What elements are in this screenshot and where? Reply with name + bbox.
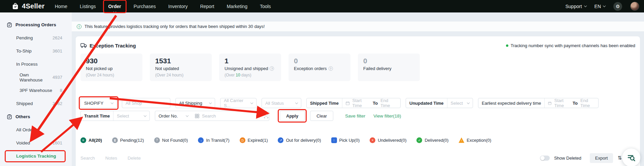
- stat-card-not-updated[interactable]: 1531 Not updated (Over 24 hours): [150, 54, 212, 81]
- stat-card-exception-orders[interactable]: 0 Exception orders ?: [289, 54, 350, 81]
- date-range-inputs[interactable]: Start Time To End Time: [545, 98, 598, 108]
- sidebar-item-in-process[interactable]: In Process: [0, 58, 72, 71]
- filter-row-2: Transit Time Select Order No.: [80, 111, 635, 121]
- filter-search-icon: [626, 153, 636, 162]
- to-label: To: [373, 101, 378, 106]
- sidebar-item-3pf-warehouse[interactable]: 3PF Warehouse 8: [0, 84, 72, 97]
- chevron-down-icon: [186, 114, 189, 117]
- brand-name: 4Seller: [22, 2, 45, 10]
- nav-item-inventory[interactable]: Inventory: [168, 3, 188, 10]
- tab-label: Expired(1): [248, 138, 268, 143]
- transit-time-value[interactable]: Select: [113, 113, 149, 119]
- transit-time-select: Transit Time Select: [80, 111, 150, 121]
- tab-out-for-delivery[interactable]: ↗ Out for delivery(0): [278, 137, 321, 143]
- sidebar-item-voided[interactable]: Voided 1601: [0, 136, 72, 150]
- nav-item-purchases[interactable]: Purchases: [134, 3, 156, 10]
- unupdated-time-value[interactable]: Select: [447, 101, 473, 106]
- tab-in-transit[interactable]: → In Transit(7): [198, 137, 229, 143]
- tab-undelivered[interactable]: × Undelivered(0): [370, 137, 406, 143]
- shipping-select[interactable]: All Shipping: [175, 98, 215, 108]
- stat-card-failed-delivery[interactable]: 0 Failed delivery: [358, 54, 420, 81]
- sidebar-item-shipped[interactable]: Shipped 2662: [0, 97, 72, 110]
- sidebar-item-all-orders[interactable]: All Orders: [0, 123, 72, 136]
- sidebar-section-processing-orders[interactable]: Processing Orders: [0, 18, 72, 31]
- nav-item-tools[interactable]: Tools: [260, 3, 271, 10]
- tab-exception[interactable]: ! Exception(0): [459, 137, 491, 143]
- sidebar-item-own-warehouse[interactable]: Own Warehouse 4937: [0, 71, 72, 84]
- tab-expired[interactable]: ◷ Expired(1): [240, 137, 268, 143]
- tab-all[interactable]: ≡ All(20): [80, 137, 102, 143]
- select-placeholder: Select: [117, 113, 129, 119]
- nav-item-order[interactable]: Order: [108, 3, 121, 10]
- start-time-input[interactable]: Start Time: [352, 98, 370, 108]
- page-header: Exception Tracking Tracking number sync …: [80, 42, 635, 49]
- help-icon[interactable]: ?: [329, 66, 333, 71]
- date-range-inputs[interactable]: Start Time To End Time: [342, 98, 400, 108]
- item-label: Logistics Tracking: [16, 154, 56, 159]
- unupdated-time-select: Unupdated Time Select: [406, 98, 473, 108]
- search-field[interactable]: [192, 113, 272, 119]
- nav-item-report[interactable]: Report: [200, 3, 214, 10]
- shipping-value: All Shipping: [179, 101, 202, 106]
- filter-search-fab[interactable]: [622, 148, 640, 166]
- support-menu[interactable]: Support: [566, 4, 586, 9]
- scan-icon[interactable]: [264, 114, 268, 118]
- chevron-down-icon: [467, 101, 470, 104]
- status-select[interactable]: All Status: [262, 98, 301, 108]
- earliest-delivery-range: Earliest expected delivery time Start Ti…: [478, 98, 599, 108]
- nav-item-home[interactable]: Home: [55, 3, 67, 10]
- show-deleted-toggle[interactable]: [540, 156, 550, 161]
- nav-item-listings[interactable]: Listings: [80, 3, 96, 10]
- sidebar: Processing Orders Pending 2624 To-Ship 3…: [0, 12, 72, 166]
- item-count: 8: [60, 88, 62, 93]
- tab-pending[interactable]: ⧗ Pending(12): [112, 137, 144, 143]
- search-input[interactable]: [202, 113, 261, 119]
- chevron-down-icon: [144, 114, 146, 117]
- sidebar-item-to-ship[interactable]: To-Ship 3601: [0, 44, 72, 58]
- table-action-bar: Search Notes Delete Show Deleted Export …: [80, 153, 635, 163]
- save-filter-link[interactable]: Save filter: [345, 113, 365, 119]
- settings-gear-icon[interactable]: ⚙: [613, 2, 622, 11]
- user-avatar[interactable]: [630, 2, 639, 11]
- sidebar-menu: Processing Orders Pending 2624 To-Ship 3…: [0, 12, 72, 163]
- main-area: i This feature provides logistics tracki…: [72, 12, 644, 166]
- carrier-value: All Carrier S...: [224, 98, 251, 108]
- delete-action-disabled[interactable]: Delete: [128, 156, 141, 161]
- sidebar-section-others[interactable]: Others: [0, 110, 72, 123]
- sort-expand-icon[interactable]: ⇅: [617, 155, 622, 161]
- check-icon: ✓: [416, 137, 422, 143]
- start-time-input[interactable]: Start Time: [554, 98, 570, 108]
- content-card: Exception Tracking Tracking number sync …: [76, 36, 640, 166]
- stat-label-text: Exception orders: [294, 66, 327, 71]
- tab-label: Pick Up(0): [339, 138, 360, 143]
- notes-action-disabled[interactable]: Notes: [105, 156, 117, 161]
- clear-button[interactable]: Clear: [310, 111, 333, 121]
- shop-select[interactable]: All Shop: [122, 98, 170, 108]
- tab-not-found[interactable]: ? Not Found(0): [154, 137, 188, 143]
- tab-label: Pending(12): [120, 138, 144, 143]
- end-time-input[interactable]: End Time: [580, 98, 595, 108]
- view-filter-link[interactable]: View filter(18): [373, 113, 401, 119]
- carrier-select[interactable]: All Carrier S...: [220, 98, 257, 108]
- help-icon[interactable]: ?: [270, 66, 274, 71]
- tab-label: Exception(0): [467, 138, 491, 143]
- stat-card-not-picked-up[interactable]: 930 Not picked up (Over 24 hours): [80, 54, 142, 81]
- marketplace-select[interactable]: SHOPIFY: [80, 98, 117, 108]
- language-menu[interactable]: EN: [595, 4, 605, 9]
- export-button[interactable]: Export: [590, 153, 613, 163]
- order-no-select[interactable]: Order No.: [155, 113, 192, 119]
- nav-item-marketing[interactable]: Marketing: [227, 3, 247, 10]
- truck-icon: →: [198, 137, 204, 143]
- item-label: To-Ship: [16, 48, 32, 54]
- tab-label: All(20): [89, 138, 102, 143]
- end-time-input[interactable]: End Time: [380, 98, 397, 108]
- info-icon: i: [77, 24, 81, 29]
- stat-card-unsigned-shipped[interactable]: 1 Unsigned and shipped ? (Over 10 days): [219, 54, 281, 81]
- tab-pick-up[interactable]: ↑ Pick Up(0): [331, 137, 360, 143]
- search-action-disabled[interactable]: Search: [80, 156, 95, 161]
- sidebar-item-logistics-tracking[interactable]: Logistics Tracking: [0, 150, 72, 163]
- sidebar-item-pending[interactable]: Pending 2624: [0, 31, 72, 44]
- tab-delivered[interactable]: ✓ Delivered(0): [416, 137, 448, 143]
- apply-button[interactable]: Apply: [280, 111, 305, 121]
- brand-logo[interactable]: 4Seller: [11, 2, 45, 10]
